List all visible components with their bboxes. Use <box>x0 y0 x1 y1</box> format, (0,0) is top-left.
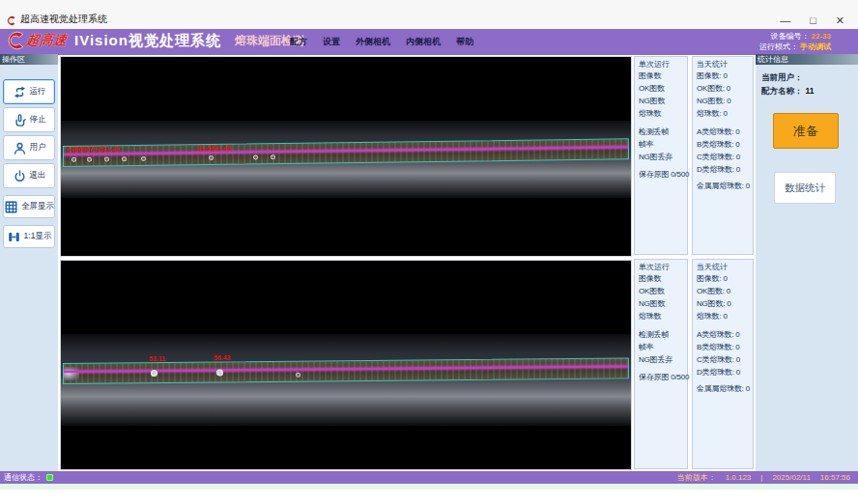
stat-row: B类熔珠数:0 <box>697 341 749 353</box>
stat-row: 保存原图0/500 <box>639 168 683 181</box>
data-statistics-button[interactable]: 数据统计 <box>774 172 836 204</box>
status-bar: 通信状态： 当前版本： 1.0.123 | 2025/02/11 16:57:5… <box>0 471 858 484</box>
app-logo-icon <box>6 15 16 26</box>
today-stats-group-top: 当天统计 图像数:0OK图数:0NG图数:0熔珠数:0A类熔珠数:0B类熔珠数:… <box>692 56 754 255</box>
bead-centerline-overlay <box>64 146 628 155</box>
operation-sidebar: 操作区 运行 停止 用户 <box>0 54 58 471</box>
stat-row: OK图数:0 <box>697 82 749 95</box>
sync-run-icon <box>13 85 27 99</box>
stat-row: NG图数:0 <box>697 297 749 310</box>
stat-row: 帧率 <box>639 341 683 353</box>
one-to-one-button[interactable]: 1:1显示 <box>3 225 55 248</box>
measurement-annotation: 44868579.531.49 <box>67 146 120 153</box>
bottom-strip <box>0 484 858 490</box>
status-separator: | <box>760 473 762 482</box>
one-to-one-icon <box>7 230 21 244</box>
comm-status-label: 通信状态： <box>4 472 43 483</box>
window-title: 超高速视觉处理系统 <box>20 13 107 26</box>
recipe-name-value: 11 <box>806 86 815 96</box>
current-user-label: 当前用户： <box>761 72 803 82</box>
recipe-name-label: 配方名称： <box>761 86 803 96</box>
stat-row: NG图数:0 <box>697 95 749 107</box>
run-button[interactable]: 运行 <box>3 79 55 104</box>
stat-row: 金属屑熔珠数:0 <box>697 180 749 192</box>
stat-row: NG图数 <box>639 297 683 310</box>
device-number-value: 22-33 <box>812 32 831 41</box>
stat-row: 帧率 <box>639 138 683 151</box>
fullscreen-grid-icon <box>4 200 18 214</box>
measurement-annotation: 56.43 <box>214 354 231 361</box>
bead-centerline-overlay <box>64 365 628 373</box>
window-titlebar: 超高速视觉处理系统 — □ ✕ <box>0 0 858 29</box>
device-number-label: 设备编号： <box>771 32 810 41</box>
single-run-stats-group-bottom: 单次运行 图像数OK图数NG图数熔珠数检测丢帧帧率NG图丢弃保存原图0/500 <box>634 259 688 469</box>
single-run-stats-group-top: 单次运行 图像数OK图数NG图数熔珠数检测丢帧帧率NG图丢弃保存原图0/500 <box>634 56 688 255</box>
device-info: 设备编号：22-33 运行模式：手动调试 <box>759 31 831 52</box>
menu-item[interactable]: 帮助 <box>456 36 473 48</box>
fullscreen-button-label: 全屏显示 <box>21 201 54 212</box>
maximize-icon[interactable]: □ <box>810 15 816 26</box>
stat-row: 图像数:0 <box>697 70 749 82</box>
page-title: IVision视觉处理系统 <box>74 32 221 50</box>
stat-row: 熔珠数:0 <box>697 107 749 120</box>
prepare-button[interactable]: 准备 <box>773 113 839 149</box>
exit-button[interactable]: 退出 <box>3 163 55 188</box>
stat-row: B类熔珠数:0 <box>697 138 749 151</box>
stat-row: A类熔珠数:0 <box>697 126 749 138</box>
statistics-info-panel: 统计信息 当前用户： 配方名称：11 准备 数据统计 <box>756 54 858 471</box>
comm-status-indicator <box>46 474 53 481</box>
minimize-icon[interactable]: — <box>780 15 790 26</box>
camera-view-top[interactable]: 44868579.531.49 31.5341.49 <box>60 56 632 257</box>
group-title: 当天统计 <box>697 59 728 70</box>
user-button[interactable]: 用户 <box>3 135 55 160</box>
hand-stop-icon <box>13 113 27 127</box>
stat-row: 图像数 <box>639 272 683 285</box>
stat-row: NG图丢弃 <box>639 151 683 163</box>
today-stats-group-bottom: 当天统计 图像数:0OK图数:0NG图数:0熔珠数:0A类熔珠数:0B类熔珠数:… <box>692 259 754 469</box>
stat-row: C类熔珠数:0 <box>697 151 749 163</box>
one-to-one-button-label: 1:1显示 <box>24 231 52 242</box>
group-title: 单次运行 <box>639 262 670 272</box>
status-time: 16:57:56 <box>820 473 850 482</box>
run-mode-value: 手动调试 <box>800 42 831 51</box>
stat-row: A类熔珠数:0 <box>697 328 749 341</box>
stat-row: 金属屑熔珠数:0 <box>697 382 749 395</box>
version-value: 1.0.123 <box>726 473 752 482</box>
stat-row: D类熔珠数:0 <box>697 366 749 378</box>
info-panel-title: 统计信息 <box>756 54 858 65</box>
stat-row: NG图丢弃 <box>639 353 683 366</box>
camera-view-bottom[interactable]: 53.11 56.43 <box>60 260 632 470</box>
app-window: 超高速视觉处理系统 — □ ✕ 超高速 IVision视觉处理系统 熔珠端面检测… <box>0 0 858 504</box>
stat-row: 检测丢帧 <box>639 328 683 341</box>
power-icon <box>13 169 27 183</box>
bright-spot <box>64 367 79 380</box>
menu-item[interactable]: 设置 <box>323 36 340 48</box>
stat-row: 熔珠数 <box>639 310 683 322</box>
measurement-annotation: 53.11 <box>149 355 165 362</box>
stat-row: 保存原图0/500 <box>639 371 683 383</box>
menu-item[interactable]: 外侧相机 <box>356 36 390 48</box>
stat-row: 检测丢帧 <box>639 126 683 138</box>
fullscreen-button[interactable]: 全屏显示 <box>3 195 55 218</box>
stop-button[interactable]: 停止 <box>3 107 55 132</box>
stat-row: NG图数 <box>639 95 683 107</box>
stat-row: OK图数 <box>639 285 683 297</box>
measurement-annotation: 31.5341.49 <box>197 145 231 152</box>
status-date: 2025/02/11 <box>772 473 810 482</box>
menu-item[interactable]: 内侧相机 <box>406 36 441 48</box>
stat-row: 图像数:0 <box>697 272 749 285</box>
run-button-label: 运行 <box>30 86 46 98</box>
stat-row: 熔珠数:0 <box>697 310 749 322</box>
brand-name: 超高速 <box>25 32 69 49</box>
stat-row: 图像数 <box>639 70 683 82</box>
menu-item[interactable]: 配方 <box>290 36 307 48</box>
stat-row: D类熔珠数:0 <box>697 163 749 176</box>
run-mode-label: 运行模式： <box>759 42 798 51</box>
stat-row: 熔珠数 <box>639 107 683 120</box>
app-header: 超高速 IVision视觉处理系统 熔珠端面检测 配方设置外侧相机内侧相机帮助 … <box>0 29 858 55</box>
user-icon <box>13 141 27 155</box>
stat-row: OK图数:0 <box>697 285 749 297</box>
user-button-label: 用户 <box>30 142 46 154</box>
close-icon[interactable]: ✕ <box>836 15 844 26</box>
stop-button-label: 停止 <box>30 114 46 126</box>
